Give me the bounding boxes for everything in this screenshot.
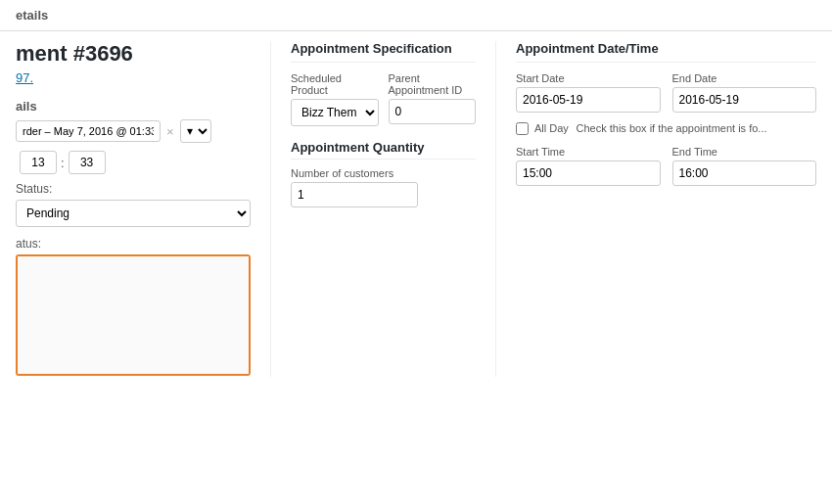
start-time-col: Start Time [516,146,661,186]
status-label: Status: [16,182,251,196]
start-time-input[interactable] [516,160,661,186]
hour-input[interactable] [20,151,57,174]
datetime-grid: Start Date End Date [516,72,816,113]
parent-id-label: Parent Appointment ID [389,72,477,96]
start-date-label: Start Date [516,72,661,84]
top-bar: etails [0,0,832,31]
scheduled-product-label: Scheduled Product [291,72,379,96]
end-time-input[interactable] [672,160,817,186]
middle-panel: Appointment Specification Scheduled Prod… [270,41,495,377]
end-date-label: End Date [672,72,817,84]
time-row: : [16,151,251,174]
start-time-label: Start Time [516,146,661,158]
parent-id-input[interactable] [389,99,477,124]
end-date-col: End Date [672,72,817,113]
order-title: ment #3696 [16,41,251,67]
note-section: atus: [16,237,251,377]
end-time-col: End Time [672,146,817,186]
details-label: ails [16,99,251,114]
left-panel: ment #3696 97. ails × ▾ : Status: Pendin… [16,41,270,377]
start-date-input[interactable] [516,87,661,113]
num-customers-input[interactable] [291,182,418,207]
appointment-spec-heading: Appointment Specification [291,41,476,63]
order-link[interactable]: 97. [16,70,33,85]
all-day-checkbox[interactable] [516,122,529,135]
all-day-label: All Day [534,122,569,134]
top-bar-title: etails [16,8,48,23]
time-grid: Start Time End Time [516,146,816,186]
right-panel: Appointment Date/Time Start Date End Dat… [495,41,816,377]
all-day-text-group: All Day Check this box if the appointmen… [534,120,767,136]
quantity-heading: Appointment Quantity [291,140,476,160]
scheduled-product-col: Scheduled Product Bizz Themes [291,72,379,126]
all-day-note: Check this box if the appointment is fo.… [576,122,766,134]
note-textarea-wrapper [16,254,251,376]
page-wrapper: etails ment #3696 97. ails × ▾ : Stat [0,0,832,504]
order-date-text[interactable] [16,120,161,142]
all-day-row: All Day Check this box if the appointmen… [516,120,816,136]
status-select[interactable]: Pending Processing Completed On Hold Can… [16,200,251,227]
content-area: ment #3696 97. ails × ▾ : Status: Pendin… [0,31,832,396]
status-section: Status: Pending Processing Completed On … [16,182,251,227]
note-label: atus: [16,237,251,251]
end-time-label: End Time [672,146,817,158]
start-date-col: Start Date [516,72,661,113]
spec-fields-row: Scheduled Product Bizz Themes Parent App… [291,72,476,126]
parent-id-col: Parent Appointment ID [389,72,477,126]
colon-separator: : [61,156,65,170]
appointment-datetime-heading: Appointment Date/Time [516,41,816,63]
close-icon[interactable]: × [164,124,176,139]
order-date-select[interactable]: ▾ [180,119,211,143]
minute-input[interactable] [69,151,106,174]
scheduled-product-select[interactable]: Bizz Themes [291,99,379,126]
end-date-input[interactable] [672,87,817,113]
num-customers-label: Number of customers [291,167,476,179]
note-textarea[interactable] [18,256,249,374]
date-order-row: × ▾ [16,119,251,143]
